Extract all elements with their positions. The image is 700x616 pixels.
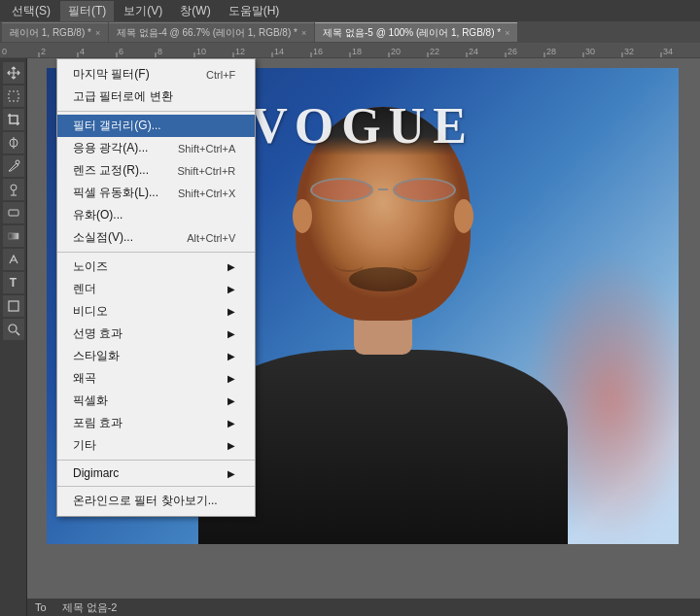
svg-text:34: 34 [663, 47, 673, 56]
menu-item-sketch[interactable]: 포림 효과 ▶ [57, 412, 255, 434]
menu-item-lens-correct[interactable]: 렌즈 교정(R)... Shift+Ctrl+R [57, 159, 255, 182]
menubar-item-help[interactable]: 도움말(H) [221, 1, 288, 21]
menu-item-render[interactable]: 렌더 ▶ [57, 278, 255, 300]
tool-pen[interactable] [3, 249, 24, 270]
menu-item-liquify[interactable]: 픽셀 유동화(L)... Shift+Ctrl+X [57, 182, 255, 204]
svg-text:26: 26 [508, 47, 517, 56]
liquify-shortcut: Shift+Ctrl+X [178, 188, 235, 199]
menu-item-filter-gallery[interactable]: 필터 갤러리(G)... [57, 115, 255, 137]
menubar-item-view[interactable]: 보기(V) [116, 1, 170, 21]
tool-lasso[interactable] [3, 86, 24, 107]
menu-item-vanishing-point[interactable]: 소실점(V)... Alt+Ctrl+V [57, 226, 255, 249]
vanishing-point-shortcut: Alt+Ctrl+V [187, 232, 235, 244]
video-label: 비디오 [73, 303, 108, 320]
stylize-arrow: ▶ [228, 351, 235, 361]
menu-item-video[interactable]: 비디오 ▶ [57, 300, 255, 323]
other-arrow: ▶ [228, 440, 235, 451]
menu-item-sharpen[interactable]: 선명 효과 ▶ [57, 323, 255, 345]
svg-point-44 [9, 325, 17, 332]
menu-item-distort[interactable]: 왜곡 ▶ [57, 367, 255, 390]
pixelate-label: 픽셀화 [73, 393, 108, 409]
sharpen-label: 선명 효과 [73, 325, 122, 342]
tab-3-close[interactable]: × [505, 28, 509, 38]
svg-rect-43 [9, 301, 18, 311]
menu-item-pixelate[interactable]: 픽셀화 ▶ [57, 390, 255, 412]
menubar-item-select[interactable]: 선택(S) [4, 1, 58, 21]
tool-shape[interactable] [3, 295, 24, 317]
tab-3-label: 제목 없음-5 @ 100% (레이어 1, RGB/8) * [323, 26, 501, 40]
menubar-item-window[interactable]: 창(W) [172, 1, 218, 21]
tab-1[interactable]: 레이어 1, RGB/8) * × [2, 22, 108, 42]
tool-move[interactable] [3, 62, 24, 84]
filter-dropdown: 마지막 필터(F) Ctrl+F 고급 필터로에 변환 필터 갤러리(G)...… [56, 58, 256, 517]
adaptive-wide-label: 응용 광각(A)... [73, 140, 148, 156]
svg-text:18: 18 [352, 47, 362, 56]
ruler-top: 0 2 4 6 8 10 12 14 16 18 20 22 24 [0, 43, 700, 58]
tool-eraser[interactable] [3, 202, 24, 223]
separator-1 [57, 111, 255, 112]
tool-clone[interactable] [3, 179, 24, 200]
separator-3 [57, 460, 255, 461]
menu-item-convert-smart[interactable]: 고급 필터로에 변환 [57, 86, 255, 108]
lens-correct-label: 렌즈 교정(R)... [73, 162, 149, 179]
menu-item-oilpaint[interactable]: 유화(O)... [57, 204, 255, 226]
menu-item-adaptive-wide[interactable]: 응용 광각(A)... Shift+Ctrl+A [57, 137, 255, 159]
svg-text:22: 22 [430, 47, 439, 56]
tab-1-label: 레이어 1, RGB/8) * [10, 26, 91, 40]
sharpen-arrow: ▶ [228, 328, 235, 339]
left-toolbar: T [0, 58, 27, 616]
menu-item-digimarc[interactable]: Digimarc ▶ [57, 463, 255, 483]
tool-gradient[interactable] [3, 225, 24, 247]
svg-rect-42 [9, 233, 18, 239]
status-position: To [35, 601, 47, 613]
svg-line-45 [16, 332, 19, 336]
status-bar: To 제목 없음-2 [27, 599, 700, 616]
tool-brush[interactable] [3, 155, 24, 177]
svg-text:8: 8 [158, 47, 162, 56]
svg-text:30: 30 [585, 47, 595, 56]
last-filter-shortcut: Ctrl+F [206, 69, 235, 81]
menu-item-online-filter[interactable]: 온라인으로 필터 찾아보기... [57, 490, 255, 512]
tool-crop[interactable] [3, 109, 24, 130]
menu-item-last-filter[interactable]: 마지막 필터(F) Ctrl+F [57, 63, 255, 86]
online-filter-label: 온라인으로 필터 찾아보기... [73, 493, 218, 509]
menubar-item-filter[interactable]: 필터(T) [60, 1, 114, 21]
stylize-label: 스타일화 [73, 348, 120, 364]
tool-eyedropper[interactable] [3, 132, 24, 154]
tab-2-close[interactable]: × [301, 28, 306, 38]
svg-text:20: 20 [391, 47, 401, 56]
distort-label: 왜곡 [73, 370, 96, 387]
menu-item-stylize[interactable]: 스타일화 ▶ [57, 345, 255, 367]
noise-arrow: ▶ [228, 261, 235, 272]
pixelate-arrow: ▶ [228, 395, 235, 406]
liquify-label: 픽셀 유동화(L)... [73, 185, 158, 201]
digimarc-label: Digimarc [73, 466, 119, 480]
video-arrow: ▶ [228, 306, 235, 317]
tool-text[interactable]: T [3, 272, 24, 293]
svg-text:16: 16 [313, 47, 323, 56]
tabbar: 레이어 1, RGB/8) * × 제목 없음-4 @ 66.7% (레이어 1… [0, 21, 700, 43]
menu-item-noise[interactable]: 노이즈 ▶ [57, 256, 255, 278]
lens-correct-shortcut: Shift+Ctrl+R [177, 165, 235, 177]
filter-gallery-label: 필터 갤러리(G)... [73, 118, 161, 134]
tab-3[interactable]: 제목 없음-5 @ 100% (레이어 1, RGB/8) * × [315, 22, 517, 42]
tool-zoom[interactable] [3, 319, 24, 340]
digimarc-arrow: ▶ [228, 468, 235, 479]
tab-2-label: 제목 없음-4 @ 66.7% (레이어 1, RGB/8) * [117, 26, 298, 40]
render-arrow: ▶ [228, 284, 235, 294]
render-label: 렌더 [73, 281, 96, 297]
svg-text:2: 2 [41, 47, 46, 56]
filter-menu-panel: 마지막 필터(F) Ctrl+F 고급 필터로에 변환 필터 갤러리(G)...… [56, 58, 256, 517]
tab-2[interactable]: 제목 없음-4 @ 66.7% (레이어 1, RGB/8) * × [109, 22, 314, 42]
oilpaint-label: 유화(O)... [73, 207, 122, 223]
tab-1-close[interactable]: × [95, 28, 100, 38]
convert-smart-label: 고급 필터로에 변환 [73, 88, 173, 105]
svg-rect-41 [9, 210, 18, 216]
svg-text:14: 14 [274, 47, 284, 56]
svg-point-40 [11, 185, 17, 190]
svg-text:6: 6 [119, 47, 123, 56]
other-label: 기타 [73, 437, 96, 454]
svg-rect-36 [9, 91, 18, 101]
adaptive-wide-shortcut: Shift+Ctrl+A [178, 143, 235, 154]
menu-item-other[interactable]: 기타 ▶ [57, 434, 255, 457]
